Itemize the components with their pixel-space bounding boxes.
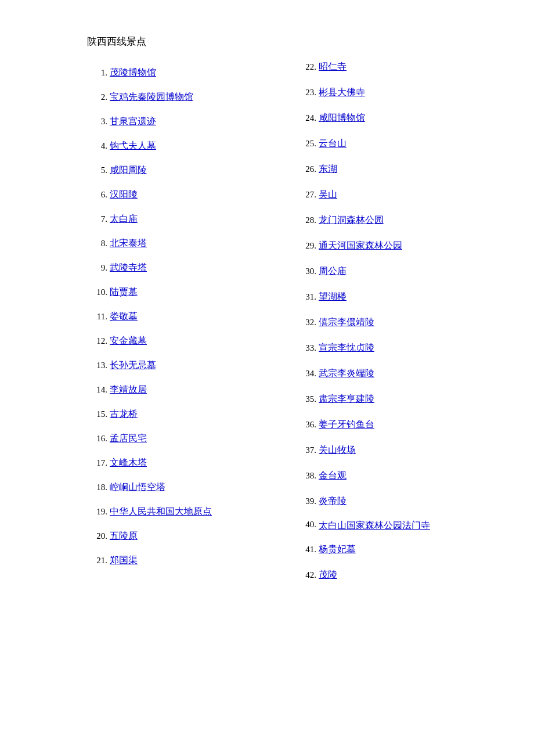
- item-link[interactable]: 长孙无忌墓: [110, 358, 156, 372]
- item-link[interactable]: 吴山: [319, 188, 337, 201]
- item-number: 9.: [87, 261, 107, 275]
- item-link[interactable]: 郑国渠: [110, 553, 138, 567]
- item-link[interactable]: 昭仁寺: [319, 60, 347, 74]
- list-item: 29.通天河国家森林公园: [296, 239, 505, 253]
- list-item: 23.彬县大佛寺: [296, 85, 505, 99]
- item-link[interactable]: 姜子牙钓鱼台: [319, 417, 374, 431]
- item-number: 27.: [296, 188, 316, 201]
- list-item: 35.肃宗李亨建陵: [296, 392, 505, 406]
- item-number: 41.: [296, 543, 316, 556]
- item-link[interactable]: 咸阳周陵: [110, 163, 147, 177]
- item-number: 33.: [296, 341, 316, 355]
- item-number: 19.: [87, 505, 107, 519]
- item-number: 16.: [87, 432, 107, 445]
- item-number: 29.: [296, 239, 316, 253]
- item-link[interactable]: 武宗李炎端陵: [319, 366, 374, 380]
- list-item: 19.中华人民共和国大地原点: [87, 505, 296, 519]
- list-item: 4.钩弋夫人墓: [87, 139, 296, 153]
- item-link[interactable]: 汉阳陵: [110, 188, 138, 201]
- list-item: 18.崆峒山悟空塔: [87, 480, 296, 494]
- item-link[interactable]: 云台山: [319, 136, 347, 150]
- list-item: 10.陆贾墓: [87, 285, 296, 299]
- item-link[interactable]: 咸阳博物馆: [319, 111, 365, 125]
- list-item: 39.炎帝陵: [296, 494, 505, 508]
- item-link[interactable]: 孟店民宅: [110, 431, 147, 445]
- list-item: 3.甘泉宫遗迹: [87, 114, 296, 128]
- list-item: 33.宣宗李忱贞陵: [296, 341, 505, 355]
- list-item: 5.咸阳周陵: [87, 163, 296, 177]
- item-link[interactable]: 太白庙: [110, 212, 138, 226]
- item-link[interactable]: 文峰木塔: [110, 456, 147, 470]
- item-number: 35.: [296, 393, 316, 406]
- page-title: 陕西西线景点: [87, 35, 499, 48]
- item-number: 21.: [87, 554, 107, 567]
- item-number: 24.: [296, 111, 316, 125]
- list-item: 13.长孙无忌墓: [87, 358, 296, 372]
- item-number: 32.: [296, 316, 316, 329]
- item-link[interactable]: 五陵原: [110, 529, 138, 543]
- list-item: 17.文峰木塔: [87, 456, 296, 470]
- list-item: 11.娄敬墓: [87, 309, 296, 323]
- item-link[interactable]: 陆贾墓: [110, 285, 138, 299]
- item-link[interactable]: 茂陵博物馆: [110, 66, 156, 80]
- list-item: 12.安金藏墓: [87, 334, 296, 348]
- list-item: 26.东湖: [296, 162, 505, 176]
- list-item: 40.太白山国家森林公园法门寺: [296, 520, 505, 532]
- item-link[interactable]: 望湖楼: [319, 290, 347, 304]
- item-number: 36.: [296, 418, 316, 431]
- list-item: 20.五陵原: [87, 529, 296, 543]
- list-item: 31.望湖楼: [296, 290, 505, 304]
- item-link[interactable]: 金台观: [319, 469, 347, 483]
- item-number: 15.: [87, 408, 107, 421]
- list-item: 36.姜子牙钓鱼台: [296, 417, 505, 431]
- item-link[interactable]: 北宋泰塔: [110, 236, 147, 250]
- item-number: 3.: [87, 115, 107, 128]
- item-number: 4.: [87, 139, 107, 153]
- item-link[interactable]: 茂陵: [319, 568, 337, 582]
- item-link[interactable]: 李靖故居: [110, 383, 147, 397]
- item-link[interactable]: 周公庙: [319, 264, 347, 278]
- item-number: 39.: [296, 495, 316, 508]
- item-link[interactable]: 肃宗李亨建陵: [319, 392, 374, 406]
- item-link[interactable]: 安金藏墓: [110, 334, 147, 348]
- item-link[interactable]: 太白山国家森林公园法门寺: [319, 520, 430, 532]
- list-item: 41.杨贵妃墓: [296, 542, 505, 556]
- item-link[interactable]: 僖宗李儇靖陵: [319, 315, 374, 329]
- item-link[interactable]: 古龙桥: [110, 407, 138, 421]
- item-link[interactable]: 武陵寺塔: [110, 261, 147, 275]
- item-number: 7.: [87, 213, 107, 226]
- item-number: 20.: [87, 530, 107, 543]
- item-link[interactable]: 崆峒山悟空塔: [110, 480, 165, 494]
- list-item: 27.吴山: [296, 188, 505, 201]
- list-item: 25.云台山: [296, 136, 505, 150]
- list-item: 8.北宋泰塔: [87, 236, 296, 250]
- item-link[interactable]: 关山牧场: [319, 443, 356, 457]
- list-item: 6.汉阳陵: [87, 188, 296, 201]
- list-item: 16.孟店民宅: [87, 431, 296, 445]
- item-number: 10.: [87, 286, 107, 299]
- item-number: 1.: [87, 66, 107, 80]
- item-link[interactable]: 通天河国家森林公园: [319, 239, 402, 253]
- list-item: 15.古龙桥: [87, 407, 296, 421]
- item-link[interactable]: 杨贵妃墓: [319, 542, 356, 556]
- item-number: 25.: [296, 137, 316, 150]
- item-link[interactable]: 东湖: [319, 162, 337, 176]
- list-item: 30.周公庙: [296, 264, 505, 278]
- item-link[interactable]: 中华人民共和国大地原点: [110, 505, 212, 519]
- list-item: 2.宝鸡先秦陵园博物馆: [87, 90, 296, 104]
- list-item: 1.茂陵博物馆: [87, 66, 296, 80]
- item-link[interactable]: 宣宗李忱贞陵: [319, 341, 374, 355]
- item-link[interactable]: 龙门洞森林公园: [319, 213, 384, 227]
- item-number: 34.: [296, 367, 316, 380]
- item-link[interactable]: 彬县大佛寺: [319, 85, 365, 99]
- item-number: 8.: [87, 237, 107, 250]
- item-link[interactable]: 宝鸡先秦陵园博物馆: [110, 90, 193, 104]
- item-link[interactable]: 钩弋夫人墓: [110, 139, 156, 153]
- item-number: 23.: [296, 86, 316, 99]
- item-number: 5.: [87, 164, 107, 177]
- item-link[interactable]: 甘泉宫遗迹: [110, 114, 156, 128]
- item-link[interactable]: 炎帝陵: [319, 494, 347, 508]
- list-item: 21.郑国渠: [87, 553, 296, 567]
- item-number: 38.: [296, 469, 316, 483]
- item-link[interactable]: 娄敬墓: [110, 309, 138, 323]
